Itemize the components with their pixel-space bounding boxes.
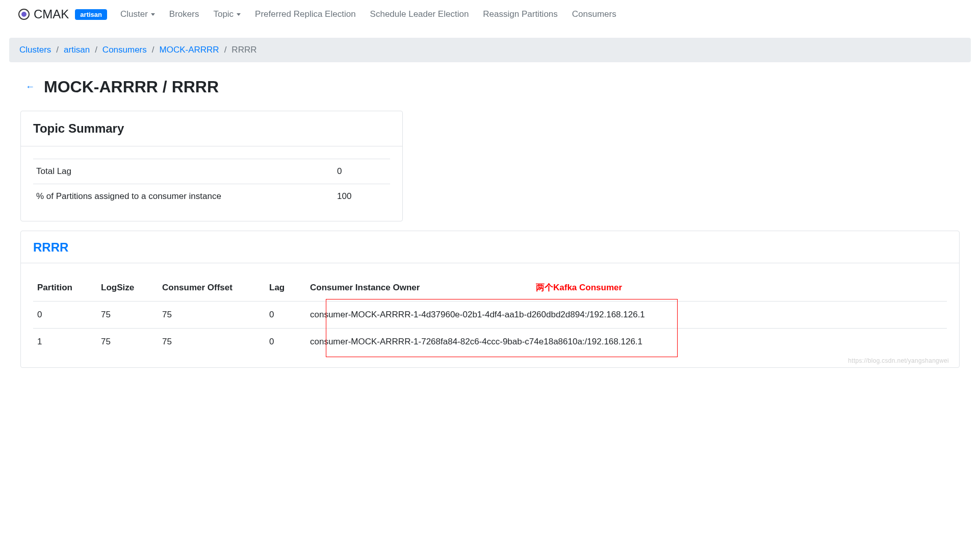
- cell-lag: 0: [265, 329, 306, 356]
- breadcrumb-current: RRRR: [231, 45, 256, 55]
- summary-row: % of Partitions assigned to a consumer i…: [33, 184, 390, 209]
- topic-summary-card: Topic Summary Total Lag 0 % of Partition…: [20, 111, 403, 221]
- summary-label: Total Lag: [33, 159, 334, 184]
- back-arrow-icon[interactable]: ←: [25, 82, 35, 92]
- caret-down-icon: [151, 13, 155, 16]
- cell-partition: 0: [33, 302, 97, 329]
- cell-lag: 0: [265, 302, 306, 329]
- page-title: MOCK-ARRRR / RRRR: [44, 78, 219, 96]
- topic-summary-body: Total Lag 0 % of Partitions assigned to …: [21, 146, 402, 221]
- watermark-text: https://blog.csdn.net/yangshangwei: [848, 357, 949, 364]
- breadcrumb-cluster-name[interactable]: artisan: [64, 45, 90, 55]
- top-navbar: CMAK artisan Cluster Brokers Topic Prefe…: [0, 0, 980, 29]
- partition-row: 1 75 75 0 consumer-MOCK-ARRRR-1-7268fa84…: [33, 329, 947, 356]
- brand-link[interactable]: CMAK: [34, 7, 69, 21]
- annotation-label: 两个Kafka Consumer: [536, 282, 622, 293]
- partition-table: Partition LogSize Consumer Offset Lag Co…: [33, 278, 947, 355]
- cluster-badge[interactable]: artisan: [75, 9, 107, 20]
- brand-icon: [18, 9, 30, 20]
- nav-preferred-replica-election[interactable]: Preferred Replica Election: [250, 6, 360, 22]
- topic-link[interactable]: RRRR: [33, 240, 68, 254]
- nav-topic-label: Topic: [213, 9, 234, 19]
- breadcrumb-consumers[interactable]: Consumers: [102, 45, 147, 55]
- cell-logsize: 75: [97, 329, 158, 356]
- breadcrumb-clusters[interactable]: Clusters: [19, 45, 51, 55]
- summary-value: 0: [334, 159, 390, 184]
- cell-owner: consumer-MOCK-ARRRR-1-4d37960e-02b1-4df4…: [306, 302, 947, 329]
- nav-consumers[interactable]: Consumers: [567, 6, 622, 22]
- nav-cluster-label: Cluster: [120, 9, 148, 19]
- topic-summary-table: Total Lag 0 % of Partitions assigned to …: [33, 159, 390, 209]
- th-consumer-offset: Consumer Offset: [158, 278, 265, 302]
- breadcrumb-separator: /: [224, 45, 227, 55]
- partition-table-header-row: Partition LogSize Consumer Offset Lag Co…: [33, 278, 947, 302]
- breadcrumb-bar: Clusters / artisan / Consumers / MOCK-AR…: [9, 38, 971, 62]
- brand-wrapper: CMAK: [18, 7, 69, 21]
- nav-topic-dropdown[interactable]: Topic: [208, 6, 246, 22]
- cell-partition: 1: [33, 329, 97, 356]
- nav-cluster-dropdown[interactable]: Cluster: [115, 6, 160, 22]
- breadcrumb-separator: /: [152, 45, 154, 55]
- cell-consumer-offset: 75: [158, 302, 265, 329]
- th-partition: Partition: [33, 278, 97, 302]
- summary-label: % of Partitions assigned to a consumer i…: [33, 184, 334, 209]
- summary-value: 100: [334, 184, 390, 209]
- nav-reassign-partitions[interactable]: Reassign Partitions: [478, 6, 562, 22]
- partition-row: 0 75 75 0 consumer-MOCK-ARRRR-1-4d37960e…: [33, 302, 947, 329]
- th-logsize: LogSize: [97, 278, 158, 302]
- breadcrumb-separator: /: [56, 45, 59, 55]
- breadcrumb: Clusters / artisan / Consumers / MOCK-AR…: [19, 45, 961, 55]
- main-content: Topic Summary Total Lag 0 % of Partition…: [0, 111, 980, 368]
- nav-schedule-leader-election[interactable]: Schedule Leader Election: [365, 6, 474, 22]
- th-owner: Consumer Instance Owner: [306, 278, 947, 302]
- th-lag: Lag: [265, 278, 306, 302]
- topic-summary-header: Topic Summary: [21, 111, 402, 146]
- page-title-row: ← MOCK-ARRRR / RRRR: [25, 78, 960, 96]
- cell-consumer-offset: 75: [158, 329, 265, 356]
- cell-owner: consumer-MOCK-ARRRR-1-7268fa84-82c6-4ccc…: [306, 329, 947, 356]
- topic-link-header: RRRR: [21, 231, 959, 263]
- summary-row: Total Lag 0: [33, 159, 390, 184]
- partition-card: RRRR Partition LogSize Consumer Offset L…: [20, 231, 960, 368]
- breadcrumb-consumer-group[interactable]: MOCK-ARRRR: [160, 45, 219, 55]
- partition-table-wrapper: Partition LogSize Consumer Offset Lag Co…: [21, 263, 959, 367]
- nav-brokers[interactable]: Brokers: [164, 6, 204, 22]
- caret-down-icon: [237, 13, 241, 16]
- breadcrumb-separator: /: [95, 45, 97, 55]
- cell-logsize: 75: [97, 302, 158, 329]
